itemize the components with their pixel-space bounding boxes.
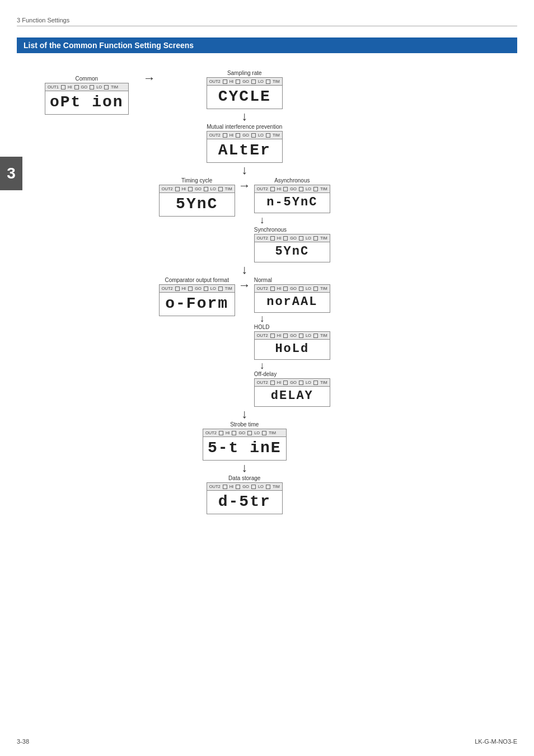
arrow-normal-to-hold: ↓ (254, 313, 265, 323)
data-storage-wrap: Data storage OUT2 HI GO LO TIM d-5tr (207, 475, 283, 514)
normal-label: Normal (254, 277, 272, 283)
timing-cycle-label: Timing cycle (181, 177, 212, 184)
timing-cycle-header: OUT2 HI GO LO TIM (160, 185, 235, 193)
arrow-async-to-sync: ↓ (254, 215, 265, 225)
hold-label: HOLD (254, 324, 270, 330)
sync-row: ↓ (254, 214, 265, 226)
comparator-output-wrap: Comparator output format OUT2 HI GO LO T… (159, 277, 235, 316)
arrow-comparator-to-normal: → (238, 277, 251, 292)
arrow-timing-to-async: → (238, 177, 251, 192)
sampling-rate-label: Sampling rate (227, 70, 262, 76)
off-delay-display: dELAY (255, 387, 330, 406)
flow-chart: Common OUT1 HI GO LO TIM oPt ion → Sampl… (45, 70, 517, 514)
strobe-time-display: 5-t inE (203, 437, 286, 460)
data-storage-header: OUT2 HI GO LO TIM (207, 483, 282, 491)
section-header-text: 3 Function Settings (17, 17, 69, 24)
strobe-time-device-box: OUT2 HI GO LO TIM 5-t inE (203, 429, 287, 461)
mutual-interference-header: OUT2 HI GO LO TIM (207, 132, 282, 139)
mutual-interference-device-box: OUT2 HI GO LO TIM ALtEr (207, 131, 283, 163)
section-tab: 3 (0, 157, 22, 190)
common-device-box: OUT1 HI GO LO TIM oPt ion (45, 83, 129, 115)
common-display: oPt ion (45, 91, 128, 114)
timing-cycle-wrap: Timing cycle OUT2 HI GO LO TIM 5YnC (159, 177, 235, 217)
arrow-comparator-to-strobe: ↓ (241, 408, 247, 420)
arrow-mutual-to-timing: ↓ (241, 164, 247, 176)
synchronous-device-box: OUT2 HI GO LO TIM 5YnC (254, 234, 330, 262)
normal-header: OUT2 HI GO LO TIM (255, 285, 330, 293)
hold-display: HoLd (255, 340, 330, 359)
timing-cycle-device-box: OUT2 HI GO LO TIM 5YnC (159, 185, 235, 217)
synchronous-header: OUT2 HI GO LO TIM (255, 234, 330, 242)
comparator-branch: Comparator output format OUT2 HI GO LO T… (159, 277, 330, 407)
common-device-header: OUT1 HI GO LO TIM (45, 83, 128, 91)
section-number: 3 (7, 165, 16, 182)
comparator-output-device-box: OUT2 HI GO LO TIM o-Form (159, 284, 235, 316)
asynchronous-device-box: OUT2 HI GO LO TIM n-5YnC (254, 185, 330, 213)
asynchronous-header: OUT2 HI GO LO TIM (255, 185, 330, 193)
timing-cycle-display: 5YnC (160, 193, 235, 216)
sampling-rate-wrap: Sampling rate OUT2 HI GO LO TIM CYCLE (207, 70, 283, 109)
title-bar: List of the Common Function Setting Scre… (17, 37, 517, 53)
strobe-time-header: OUT2 HI GO LO TIM (203, 429, 286, 437)
data-storage-label: Data storage (228, 475, 260, 481)
asynchronous-label: Asynchronous (274, 177, 310, 184)
strobe-time-label: Strobe time (230, 421, 259, 428)
off-delay-device-box: OUT2 HI GO LO TIM dELAY (254, 378, 330, 407)
asynchronous-wrap: Asynchronous OUT2 HI GO LO TIM n-5YnC (254, 177, 330, 213)
hold-device-box: OUT2 HI GO LO TIM HoLd (254, 331, 330, 360)
comparator-output-label: Comparator output format (165, 277, 229, 283)
common-label: Common (76, 76, 99, 82)
section-header: 3 Function Settings (17, 17, 517, 26)
arrow-common-to-center: → (143, 70, 156, 84)
sampling-rate-header: OUT2 HI GO LO TIM (207, 78, 282, 86)
normal-hold-delay-stack: Normal OUT2 HI GO LO TIM norAAL ↓ (254, 277, 330, 407)
off-delay-header: OUT2 HI GO LO TIM (255, 379, 330, 387)
sampling-rate-display: CYCLE (207, 86, 282, 109)
normal-device-box: OUT2 HI GO LO TIM norAAL (254, 284, 330, 313)
common-section: Common OUT1 HI GO LO TIM oPt ion (45, 76, 129, 115)
footer-right: LK-G-M-NO3-E (475, 738, 517, 745)
hold-row-arrow: ↓ (254, 313, 265, 324)
data-storage-device-box: OUT2 HI GO LO TIM d-5tr (207, 482, 283, 514)
sampling-rate-device-box: OUT2 HI GO LO TIM CYCLE (207, 77, 283, 109)
arrow-sampling-to-mutual: ↓ (241, 110, 247, 123)
center-chain: Sampling rate OUT2 HI GO LO TIM CYCLE ↓ … (159, 70, 330, 514)
strobe-time-wrap: Strobe time OUT2 HI GO LO TIM 5-t inE (203, 421, 287, 461)
mutual-interference-label: Mutual interference prevention (207, 124, 282, 130)
off-delay-label: Off-delay (254, 371, 277, 377)
comparator-output-display: o-Form (160, 293, 235, 316)
normal-display: norAAL (255, 293, 330, 312)
hold-header: OUT2 HI GO LO TIM (255, 332, 330, 340)
data-storage-display: d-5tr (207, 491, 282, 514)
async-sync-stack: Asynchronous OUT2 HI GO LO TIM n-5YnC (254, 177, 330, 262)
mutual-interference-wrap: Mutual interference prevention OUT2 HI G… (207, 124, 283, 163)
synchronous-display: 5YnC (255, 242, 330, 262)
mutual-interference-display: ALtEr (207, 139, 282, 162)
page-title: List of the Common Function Setting Scre… (24, 41, 194, 50)
arrow-strobe-to-data: ↓ (241, 462, 247, 474)
comparator-output-header: OUT2 HI GO LO TIM (160, 285, 235, 293)
footer-left: 3-38 (17, 738, 29, 745)
off-delay-row-arrow: ↓ (254, 360, 265, 371)
arrow-hold-to-off-delay: ↓ (254, 360, 265, 370)
synchronous-label: Synchronous (254, 227, 287, 233)
arrow-timing-to-comparator: ↓ (241, 264, 247, 276)
page-container: 3 3 Function Settings List of the Common… (0, 0, 534, 756)
asynchronous-display: n-5YnC (255, 193, 330, 213)
timing-cycle-branch: Timing cycle OUT2 HI GO LO TIM 5YnC → (159, 177, 330, 262)
page-footer: 3-38 LK-G-M-NO3-E (17, 738, 517, 745)
